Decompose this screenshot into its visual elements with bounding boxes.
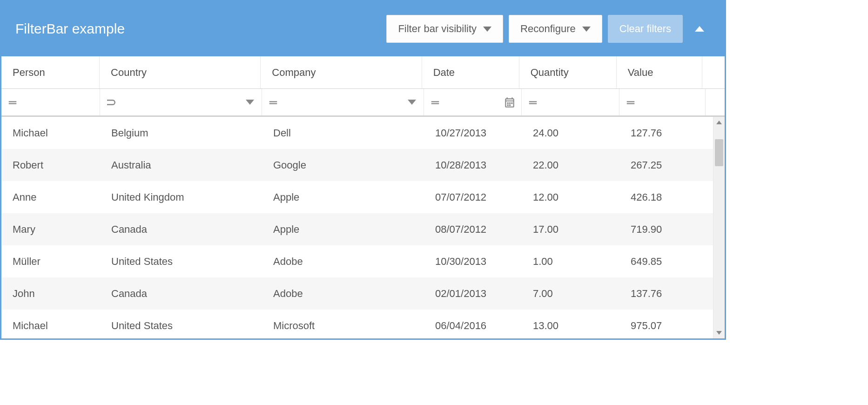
filter-bar-visibility-button[interactable]: Filter bar visibility: [386, 15, 503, 43]
scroll-thumb[interactable]: [715, 139, 723, 166]
cell-quantity: 1.00: [522, 256, 619, 268]
table-row[interactable]: MichaelBelgiumDell10/27/201324.00127.76: [1, 117, 713, 149]
cell-value: 649.85: [619, 256, 706, 268]
cell-person: Mary: [1, 223, 100, 236]
cell-value: 719.90: [619, 223, 706, 236]
column-header-label: Company: [272, 67, 316, 79]
equals-operator-icon[interactable]: [6, 96, 19, 109]
column-header-spacer: [702, 56, 725, 88]
column-header-label: Value: [628, 67, 653, 79]
cell-company: Google: [262, 159, 424, 171]
column-header-value[interactable]: Value: [617, 56, 702, 88]
contains-operator-icon[interactable]: [105, 96, 118, 109]
cell-company: Adobe: [262, 288, 424, 300]
filter-dropdown-trigger[interactable]: [243, 95, 257, 109]
column-header-company[interactable]: Company: [261, 56, 422, 88]
cell-date: 10/27/2013: [424, 127, 522, 139]
cell-value: 975.07: [619, 320, 706, 332]
filter-cell-date: [424, 89, 522, 115]
filter-cell-quantity: [522, 89, 619, 115]
cell-date: 10/28/2013: [424, 159, 522, 171]
cell-country: Canada: [100, 288, 262, 300]
chevron-down-icon: [408, 100, 416, 105]
cell-person: Michael: [1, 127, 100, 139]
cell-quantity: 12.00: [522, 191, 619, 203]
column-header-label: Date: [433, 67, 455, 79]
filter-input-person[interactable]: [22, 94, 95, 111]
reconfigure-label: Reconfigure: [520, 23, 576, 35]
cell-date: 10/30/2013: [424, 256, 522, 268]
table-row[interactable]: MaryCanadaApple08/07/201217.00719.90: [1, 213, 713, 245]
chevron-up-icon: [695, 26, 704, 32]
clear-filters-button[interactable]: Clear filters: [608, 15, 683, 43]
cell-company: Dell: [262, 127, 424, 139]
cell-quantity: 7.00: [522, 288, 619, 300]
cell-person: John: [1, 288, 100, 300]
filterbar-panel: FilterBar example Filter bar visibility …: [0, 0, 726, 340]
scroll-track[interactable]: [713, 128, 725, 327]
filter-bar-visibility-label: Filter bar visibility: [398, 23, 477, 35]
scroll-up-button[interactable]: [713, 117, 725, 128]
cell-country: United Kingdom: [100, 191, 262, 203]
filter-dropdown-trigger[interactable]: [405, 95, 419, 109]
filter-input-value[interactable]: [640, 94, 700, 111]
cell-value: 137.76: [619, 288, 706, 300]
equals-operator-icon[interactable]: [267, 96, 280, 109]
cell-quantity: 24.00: [522, 127, 619, 139]
cell-country: Belgium: [100, 127, 262, 139]
column-header-label: Country: [111, 67, 147, 79]
equals-operator-icon[interactable]: [526, 96, 539, 109]
cell-date: 07/07/2012: [424, 191, 522, 203]
svg-rect-3: [507, 104, 509, 106]
cell-country: United States: [100, 256, 262, 268]
cell-person: Anne: [1, 191, 100, 203]
filter-cell-value: [619, 89, 706, 115]
reconfigure-button[interactable]: Reconfigure: [509, 15, 602, 43]
svg-rect-2: [511, 102, 512, 104]
cell-person: Robert: [1, 159, 100, 171]
clear-filters-label: Clear filters: [619, 23, 671, 35]
table-row[interactable]: AnneUnited KingdomApple07/07/201212.0042…: [1, 181, 713, 213]
cell-country: Australia: [100, 159, 262, 171]
grid-rows: MichaelBelgiumDell10/27/201324.00127.76R…: [1, 117, 713, 338]
cell-company: Apple: [262, 223, 424, 236]
svg-rect-0: [507, 102, 509, 104]
panel-header: FilterBar example Filter bar visibility …: [1, 1, 725, 56]
filter-input-date[interactable]: [444, 94, 500, 111]
triangle-up-icon: [716, 121, 722, 124]
filter-input-company[interactable]: [283, 94, 402, 111]
grid-header-row: Person Country Company Date Quantity Val…: [1, 56, 725, 89]
filter-cell-country: [100, 89, 262, 115]
filter-input-country[interactable]: [121, 94, 240, 111]
column-header-label: Person: [13, 67, 45, 79]
equals-operator-icon[interactable]: [624, 96, 637, 109]
filter-row: [1, 89, 725, 117]
equals-operator-icon[interactable]: [429, 96, 442, 109]
table-row[interactable]: RobertAustraliaGoogle10/28/201322.00267.…: [1, 149, 713, 181]
column-header-country[interactable]: Country: [100, 56, 261, 88]
svg-rect-4: [509, 104, 511, 106]
collapse-panel-button[interactable]: [688, 18, 711, 40]
filter-input-quantity[interactable]: [542, 94, 614, 111]
cell-country: United States: [100, 320, 262, 332]
calendar-icon[interactable]: [503, 95, 517, 109]
chevron-down-icon: [483, 27, 491, 32]
vertical-scrollbar[interactable]: [713, 117, 725, 338]
cell-person: Müller: [1, 256, 100, 268]
cell-quantity: 17.00: [522, 223, 619, 236]
triangle-down-icon: [716, 331, 722, 335]
column-header-date[interactable]: Date: [422, 56, 519, 88]
scroll-down-button[interactable]: [713, 327, 725, 338]
column-header-person[interactable]: Person: [1, 56, 100, 88]
panel-title: FilterBar example: [15, 21, 386, 37]
filter-cell-person: [1, 89, 100, 115]
grid-body: MichaelBelgiumDell10/27/201324.00127.76R…: [1, 117, 725, 338]
column-header-quantity[interactable]: Quantity: [519, 56, 617, 88]
cell-value: 426.18: [619, 191, 706, 203]
cell-date: 02/01/2013: [424, 288, 522, 300]
table-row[interactable]: MüllerUnited StatesAdobe10/30/20131.0064…: [1, 245, 713, 277]
table-row[interactable]: JohnCanadaAdobe02/01/20137.00137.76: [1, 277, 713, 310]
table-row[interactable]: MichaelUnited StatesMicrosoft06/04/20161…: [1, 310, 713, 338]
column-header-label: Quantity: [531, 67, 569, 79]
chevron-down-icon: [246, 100, 254, 105]
